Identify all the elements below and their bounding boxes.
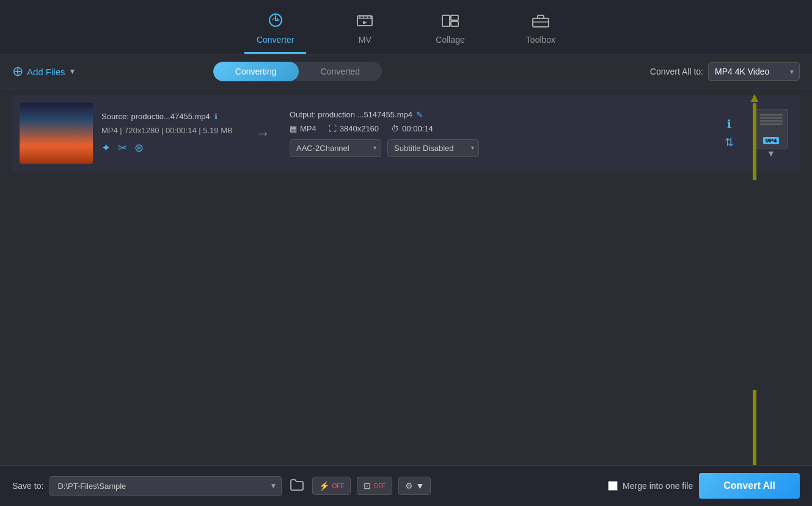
file-list: Source: productio...47455.mp4 ℹ MP4 | 72… [0, 89, 812, 177]
cut-icon[interactable]: ✂ [118, 141, 127, 155]
arrow-annotation-up [749, 95, 760, 180]
subtitle-select[interactable]: Subtitle Disabled [387, 139, 479, 157]
add-files-dropdown-icon[interactable]: ▼ [69, 67, 76, 76]
save-to-label: Save to: [12, 481, 43, 491]
resolution-icon: ⛶ [329, 124, 337, 133]
subtitle-select-wrapper[interactable]: Subtitle Disabled [387, 139, 479, 157]
nav-mv[interactable]: MV [343, 6, 387, 54]
arrow-annotation-down [749, 390, 760, 475]
settings-more-button[interactable]: ⚙ ▼ [398, 477, 431, 495]
output-selects: AAC-2Channel Subtitle Disabled [290, 139, 708, 157]
audio-select[interactable]: AAC-2Channel [290, 139, 381, 157]
merge-checkbox[interactable] [608, 481, 618, 491]
nav-converter-label: Converter [257, 35, 294, 45]
output-format-item: ▦ MP4 [290, 124, 316, 133]
merge-text: Merge into one file [623, 481, 693, 491]
output-source-path: Output: production ...5147455.mp4 ✎ [290, 110, 708, 119]
svg-marker-2 [363, 21, 367, 24]
video-thumbnail [20, 103, 93, 164]
format-thumb-label: MP4 [763, 137, 780, 144]
mv-icon [355, 12, 375, 32]
output-resolution-label: 3840x2160 [340, 124, 379, 133]
add-files-label: Add Files [27, 67, 65, 77]
footer: Save to: ▼ ⚡ OFF ⊡ OFF ⚙ ▼ Merge into on… [0, 465, 812, 506]
nav-toolbox-label: Toolbox [526, 35, 555, 45]
output-info: Output: production ...5147455.mp4 ✎ ▦ MP… [290, 110, 708, 157]
flash-off-button[interactable]: ⚡ OFF [312, 477, 351, 495]
output-edit-icon[interactable]: ✎ [416, 110, 423, 119]
convert-all-to-section: Convert All to: MP4 4K Video [650, 62, 800, 81]
output-resolution-item: ⛶ 3840x2160 [329, 124, 379, 133]
settings-dropdown-icon[interactable]: ▼ [415, 481, 424, 491]
up-arrow [749, 95, 760, 180]
output-duration-item: ⏱ 00:00:14 [391, 124, 433, 133]
save-path-dropdown-icon[interactable]: ▼ [269, 482, 277, 490]
convert-arrow: → [244, 125, 281, 142]
merge-label[interactable]: Merge into one file [608, 481, 693, 491]
toolbox-icon [531, 12, 550, 32]
effects-icon[interactable]: ⊛ [134, 141, 144, 155]
svg-rect-4 [451, 15, 458, 20]
tab-converting[interactable]: Converting [213, 62, 299, 81]
output-format-label: MP4 [300, 124, 316, 133]
collage-icon [441, 12, 460, 32]
svg-rect-5 [451, 21, 458, 26]
svg-rect-3 [442, 15, 450, 26]
thumbnail-image [20, 103, 93, 164]
source-info-icon[interactable]: ℹ [214, 112, 218, 121]
audio-select-wrapper[interactable]: AAC-2Channel [290, 139, 381, 157]
right-arrow-icon: → [255, 125, 270, 142]
file-source-path: Source: productio...47455.mp4 ℹ [101, 112, 236, 121]
top-navigation: Converter MV Collage [0, 0, 812, 54]
file-meta: MP4 | 720x1280 | 00:00:14 | 5.19 MB [101, 126, 236, 135]
format-thumb-dropdown-icon[interactable]: ▼ [767, 148, 775, 158]
save-path-input[interactable] [49, 476, 282, 496]
nav-mv-label: MV [359, 35, 371, 45]
hardware-accel-button[interactable]: ⊡ OFF [357, 477, 392, 495]
convert-all-button[interactable]: Convert All [699, 473, 800, 499]
converter-icon [266, 12, 285, 32]
down-arrow [749, 390, 760, 475]
settings-icon: ⚙ [405, 481, 413, 491]
format-select[interactable]: MP4 4K Video [708, 62, 800, 81]
enhance-icon[interactable]: ✦ [101, 141, 111, 155]
format-icon: ▦ [290, 124, 297, 133]
nav-converter[interactable]: Converter [244, 6, 306, 54]
plus-circle-icon: ⊕ [12, 64, 23, 79]
convert-all-to-label: Convert All to: [650, 67, 703, 76]
output-duration-label: 00:00:14 [402, 124, 433, 133]
add-files-button[interactable]: ⊕ Add Files ▼ [12, 64, 76, 79]
duration-icon: ⏱ [391, 124, 399, 133]
output-meta: ▦ MP4 ⛶ 3840x2160 ⏱ 00:00:14 [290, 124, 708, 133]
converting-tabs: Converting Converted [213, 62, 382, 81]
svg-rect-6 [533, 18, 549, 27]
toolbar: ⊕ Add Files ▼ Converting Converted Conve… [0, 54, 812, 89]
hardware-off-label: OFF [373, 483, 386, 490]
tab-converted[interactable]: Converted [299, 62, 382, 81]
nav-collage[interactable]: Collage [423, 6, 477, 54]
save-path-wrapper[interactable]: ▼ [49, 476, 282, 496]
flash-off-icon: ⚡ [319, 481, 329, 491]
hardware-icon: ⊡ [364, 481, 371, 491]
file-source-info: Source: productio...47455.mp4 ℹ MP4 | 72… [101, 112, 236, 155]
nav-collage-label: Collage [436, 35, 464, 45]
row-action-icons: ℹ ⇅ [717, 117, 741, 149]
browse-folder-button[interactable] [288, 476, 306, 496]
row-settings-button[interactable]: ⇅ [725, 136, 734, 149]
file-action-buttons: ✦ ✂ ⊛ [101, 141, 236, 155]
row-info-button[interactable]: ℹ [727, 117, 731, 131]
file-row: Source: productio...47455.mp4 ℹ MP4 | 72… [12, 95, 800, 171]
format-select-wrapper[interactable]: MP4 4K Video [708, 62, 800, 81]
nav-toolbox[interactable]: Toolbox [514, 6, 568, 54]
flash-off-label: OFF [332, 483, 344, 490]
